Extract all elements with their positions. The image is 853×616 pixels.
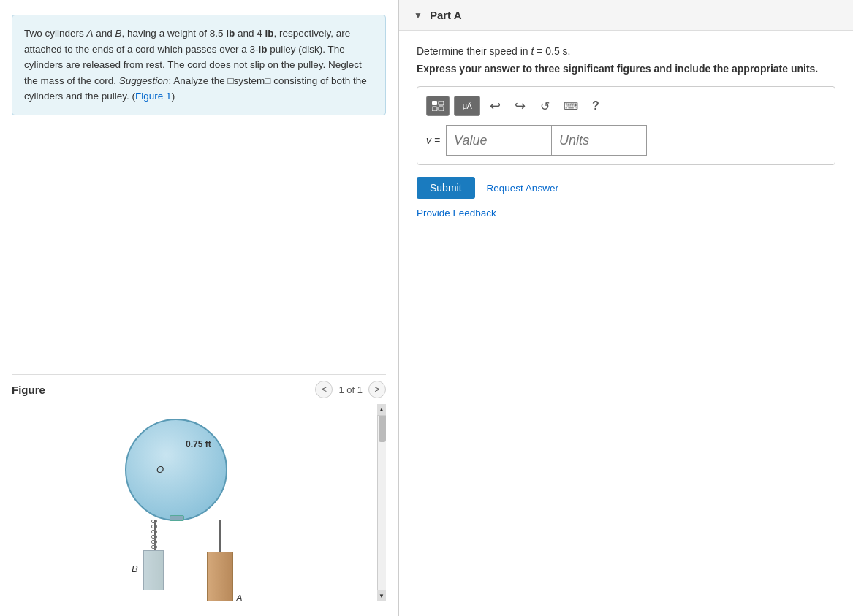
chain-link: [151, 540, 157, 544]
var-b: B: [115, 28, 122, 39]
figure-header: Figure < 1 of 1 >: [12, 374, 386, 404]
part-content: Determine their speed in t = 0.5 s. Expr…: [399, 31, 853, 233]
pulley-center-label: O: [156, 464, 164, 475]
svg-rect-1: [439, 101, 444, 105]
pulley-disk: [125, 419, 227, 521]
provide-feedback-link[interactable]: Provide Feedback: [417, 208, 496, 218]
left-panel: Two cylinders A and B, having a weight o…: [0, 0, 398, 616]
instruction-text: Express your answer to three significant…: [417, 63, 835, 75]
figure-link[interactable]: Figure 1: [135, 91, 172, 102]
undo-button[interactable]: ↩: [485, 96, 505, 116]
chain-link: [151, 520, 157, 523]
scroll-down-button[interactable]: ▼: [377, 590, 386, 601]
figure-nav: < 1 of 1 >: [315, 381, 386, 398]
v-label: v =: [426, 134, 440, 146]
figure-wrapper: 0.75 ft O B: [12, 404, 386, 601]
answer-container: μÅ ↩ ↪ ↺ ⌨ ? v =: [417, 86, 835, 165]
chain-link: [151, 525, 157, 528]
chain-link: [151, 545, 157, 549]
question-text: Determine their speed in t = 0.5 s.: [417, 45, 835, 57]
prev-figure-button[interactable]: <: [315, 381, 333, 398]
refresh-button[interactable]: ↺: [534, 96, 555, 116]
pulley-radius-label: 0.75 ft: [186, 439, 211, 449]
chain-link: [151, 530, 157, 533]
svg-rect-3: [439, 107, 444, 111]
cylinder-a-label: A: [236, 593, 243, 601]
mu-button[interactable]: μÅ: [454, 96, 480, 116]
figure-canvas: 0.75 ft O B: [12, 404, 386, 601]
cylinder-b: [143, 550, 164, 590]
value-input[interactable]: [446, 125, 552, 156]
part-header: ▼ Part A: [399, 0, 853, 31]
weight-unit-2: lb: [265, 28, 273, 39]
figure-section: Figure < 1 of 1 > 0.75 ft O: [12, 360, 386, 601]
svg-rect-2: [432, 107, 437, 111]
matrix-button[interactable]: [426, 96, 450, 116]
right-panel: ▼ Part A Determine their speed in t = 0.…: [399, 0, 853, 616]
svg-rect-0: [432, 101, 437, 105]
toolbar: μÅ ↩ ↪ ↺ ⌨ ?: [426, 96, 826, 116]
suggestion-label: Suggestion: [119, 75, 169, 86]
chain-left: [151, 520, 157, 549]
keyboard-button[interactable]: ⌨: [559, 96, 583, 116]
input-row: v =: [426, 125, 826, 156]
scroll-up-button[interactable]: ▲: [377, 404, 386, 416]
collapse-arrow-icon[interactable]: ▼: [414, 10, 422, 20]
part-label: Part A: [430, 9, 462, 21]
units-input[interactable]: [552, 125, 647, 156]
figure-title: Figure: [12, 384, 45, 396]
cylinder-a: [207, 552, 233, 601]
var-a: A: [87, 28, 94, 39]
pulley-axle: [170, 515, 184, 521]
next-figure-button[interactable]: >: [368, 381, 386, 398]
figure-scrollbar[interactable]: [377, 404, 386, 601]
weight-unit-1: lb: [226, 28, 235, 39]
help-button[interactable]: ?: [587, 96, 604, 116]
cylinder-b-label: B: [132, 563, 138, 574]
weight-unit-3: lb: [258, 44, 267, 55]
problem-description: Two cylinders A and B, having a weight o…: [12, 15, 386, 115]
action-row: Submit Request Answer: [417, 177, 835, 199]
request-answer-link[interactable]: Request Answer: [487, 183, 558, 194]
figure-counter: 1 of 1: [338, 384, 363, 395]
cord-right-line: [219, 520, 221, 552]
chain-link: [151, 535, 157, 539]
submit-button[interactable]: Submit: [417, 177, 475, 199]
redo-button[interactable]: ↪: [509, 96, 530, 116]
